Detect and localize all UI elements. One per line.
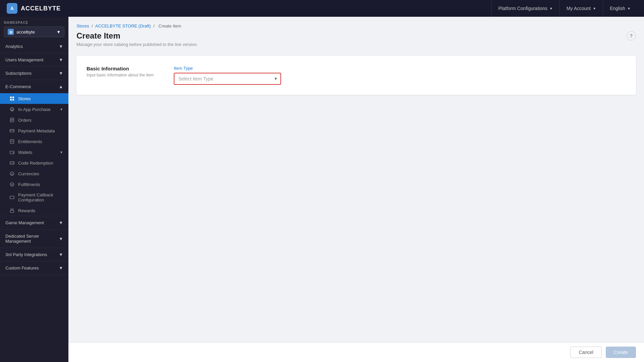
sidebar: NAMESPACE ▦ accelbyte ▼ Analytics ▼ User…	[0, 17, 68, 362]
in-app-purchase-icon: $	[9, 107, 15, 112]
svg-rect-0	[10, 97, 12, 98]
main-content: Stores / ACCELBYTE STORE (Draft) / Creat…	[68, 17, 644, 362]
my-account-chevron-icon: ▼	[593, 7, 596, 10]
form-left: Basic Information Input basic informatio…	[87, 66, 160, 85]
sidebar-item-orders[interactable]: Orders	[0, 115, 68, 125]
logo-icon: A	[7, 3, 17, 14]
namespace-value: accelbyte	[16, 29, 35, 35]
rewards-icon	[9, 208, 15, 213]
sidebar-item-code-redemption[interactable]: </> Code Redemption	[0, 158, 68, 168]
fulfillments-icon: ⚙	[9, 182, 15, 187]
custom-features-chevron-icon: ▼	[59, 265, 63, 270]
form-right: Item Type Select Item Type APP COINS ING…	[174, 66, 626, 85]
sidebar-item-wallets[interactable]: Wallets ▼	[0, 147, 68, 158]
svg-rect-23	[10, 196, 14, 199]
create-button[interactable]: Create	[606, 347, 636, 358]
sidebar-section-dedicated-server-header[interactable]: Dedicated Server Management ▼	[0, 230, 68, 248]
dedicated-server-chevron-icon: ▼	[59, 236, 63, 241]
logo-text: ACCELBYTE	[21, 5, 61, 12]
sidebar-section-3rd-party: 3rd Party Integrations ▼	[0, 248, 68, 261]
ecommerce-chevron-icon: ▲	[59, 84, 63, 89]
footer-actions: Cancel Create	[68, 342, 644, 362]
subscriptions-chevron-icon: ▼	[59, 71, 63, 76]
payment-metadata-icon	[9, 128, 15, 133]
in-app-purchase-chevron-icon: ▼	[60, 108, 63, 111]
page-title-block: Create Item Manage your store catalog be…	[76, 31, 198, 54]
sidebar-section-subscriptions-header[interactable]: Subscriptions ▼	[0, 67, 68, 80]
sidebar-item-payment-callback[interactable]: Payment Callback Configuration	[0, 190, 68, 205]
item-type-select[interactable]: Select Item Type APP COINS INGAMEITEM BU…	[174, 73, 281, 85]
svg-rect-1	[12, 97, 14, 98]
sidebar-section-subscriptions: Subscriptions ▼	[0, 67, 68, 80]
sidebar-section-game-management-header[interactable]: Game Management ▼	[0, 216, 68, 229]
svg-text:$: $	[11, 173, 13, 176]
svg-rect-3	[12, 99, 14, 101]
game-management-chevron-icon: ▼	[59, 220, 63, 225]
breadcrumb-stores[interactable]: Stores	[76, 23, 89, 28]
sidebar-item-in-app-purchase[interactable]: $ In-App Purchase ▼	[0, 104, 68, 115]
users-chevron-icon: ▼	[59, 57, 63, 62]
help-button[interactable]: ?	[627, 31, 636, 41]
3rd-party-chevron-icon: ▼	[59, 252, 63, 257]
svg-rect-2	[10, 99, 12, 101]
form-card: Basic Information Input basic informatio…	[76, 56, 636, 95]
currencies-icon: $	[9, 171, 15, 176]
sidebar-section-game-management: Game Management ▼	[0, 216, 68, 230]
sidebar-section-analytics-header[interactable]: Analytics ▼	[0, 40, 68, 53]
sidebar-item-fulfillments[interactable]: ⚙ Fulfillments	[0, 179, 68, 190]
logo: A ACCELBYTE	[7, 3, 61, 14]
sidebar-section-users: Users Management ▼	[0, 53, 68, 67]
namespace-label: NAMESPACE	[4, 21, 64, 24]
breadcrumb: Stores / ACCELBYTE STORE (Draft) / Creat…	[76, 23, 636, 28]
payment-callback-icon	[9, 195, 15, 200]
language-chevron-icon: ▼	[627, 7, 631, 10]
analytics-chevron-icon: ▼	[59, 44, 63, 49]
cancel-button[interactable]: Cancel	[570, 347, 602, 358]
platform-config-chevron-icon: ▼	[549, 7, 553, 10]
breadcrumb-store[interactable]: ACCELBYTE STORE (Draft)	[95, 23, 151, 28]
header-right: Platform Configurations ▼ My Account ▼ E…	[491, 0, 637, 17]
sidebar-item-payment-metadata[interactable]: Payment Metadata	[0, 125, 68, 136]
page-subtitle: Manage your store catalog before publish…	[76, 42, 198, 47]
page-title: Create Item	[76, 31, 198, 41]
svg-rect-12	[10, 139, 14, 143]
language-button[interactable]: English ▼	[603, 0, 637, 17]
svg-rect-15	[10, 151, 14, 154]
svg-point-16	[13, 152, 13, 153]
svg-text:$: $	[11, 108, 13, 111]
form-row: Basic Information Input basic informatio…	[87, 66, 626, 85]
top-header: A ACCELBYTE Platform Configurations ▼ My…	[0, 0, 644, 17]
code-redemption-icon: </>	[9, 160, 15, 166]
sidebar-section-3rd-party-header[interactable]: 3rd Party Integrations ▼	[0, 248, 68, 261]
page-header-row: Create Item Manage your store catalog be…	[76, 31, 636, 54]
form-section-desc: Input basic information about the item	[87, 73, 160, 77]
sidebar-section-dedicated-server: Dedicated Server Management ▼	[0, 230, 68, 248]
sidebar-item-stores[interactable]: Stores	[0, 93, 68, 104]
sidebar-section-users-header[interactable]: Users Management ▼	[0, 53, 68, 66]
stores-icon	[9, 96, 15, 101]
svg-rect-10	[10, 129, 14, 132]
namespace-icon: ▦	[8, 29, 14, 35]
namespace-section: NAMESPACE ▦ accelbyte ▼	[0, 17, 68, 40]
sidebar-section-ecommerce-header[interactable]: E-Commerce ▲	[0, 80, 68, 93]
breadcrumb-current: Create Item	[159, 23, 181, 28]
orders-icon	[9, 117, 15, 123]
form-section-title: Basic Information	[87, 66, 160, 71]
namespace-chevron-icon: ▼	[56, 29, 61, 35]
sidebar-item-rewards[interactable]: Rewards	[0, 205, 68, 216]
sidebar-item-currencies[interactable]: $ Currencies	[0, 168, 68, 179]
namespace-selector[interactable]: ▦ accelbyte ▼	[4, 26, 64, 37]
item-type-select-wrapper: Select Item Type APP COINS INGAMEITEM BU…	[174, 73, 281, 85]
sidebar-section-analytics: Analytics ▼	[0, 40, 68, 53]
sidebar-section-ecommerce: E-Commerce ▲ Stores $ In-App Purchase ▼ …	[0, 80, 68, 216]
sidebar-item-entitlements[interactable]: Entitlements	[0, 136, 68, 147]
svg-text:</>: </>	[11, 162, 14, 164]
sidebar-section-custom-features-header[interactable]: Custom Features ▼	[0, 261, 68, 275]
entitlements-icon	[9, 139, 15, 144]
item-type-label: Item Type	[174, 66, 626, 71]
svg-text:⚙: ⚙	[11, 183, 13, 186]
svg-rect-24	[10, 210, 14, 213]
platform-config-button[interactable]: Platform Configurations ▼	[491, 0, 559, 17]
my-account-button[interactable]: My Account ▼	[559, 0, 603, 17]
wallets-icon	[9, 149, 15, 155]
